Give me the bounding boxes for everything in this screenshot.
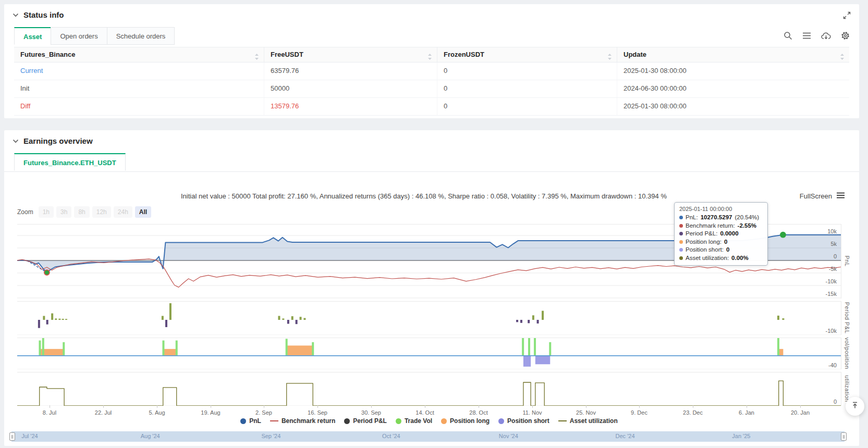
x-axis-label: 2. Sep (255, 409, 272, 416)
tab-asset[interactable]: Asset (14, 27, 51, 45)
chart-navigator[interactable]: Jul '24Aug '24Sep '24Oct '24Nov '24Dec '… (11, 431, 845, 442)
chart-pane-vol-position[interactable]: -40 (17, 338, 841, 369)
tooltip-row: Position long: 0 (679, 238, 763, 246)
chart-pane-utilization[interactable]: 0 (17, 372, 841, 406)
x-axis-label: 25. Nov (576, 409, 596, 416)
column-header-freeusdt[interactable]: FreeUSDT (264, 47, 437, 62)
x-axis-tick (264, 405, 264, 408)
legend-item-position-long[interactable]: Position long (441, 417, 490, 425)
tooltip-bullet (679, 240, 683, 244)
status-info-header: Status info (13, 10, 64, 19)
navigator-month-label: Nov '24 (499, 433, 518, 439)
x-axis-tick (747, 405, 747, 408)
legend-item-asset-utilization[interactable]: Asset utilization (558, 417, 618, 425)
table-cell: 2025-01-30 08:00:00 (617, 63, 849, 80)
table-row: Init5000002024-06-30 00:00:00 (14, 80, 849, 98)
tab-futures-binance-eth-usdt[interactable]: Futures_Binance.ETH_USDT (14, 153, 126, 171)
y-axis-label: 0 (834, 253, 837, 259)
navigator-month-label: Sep '24 (261, 433, 280, 439)
column-header-futures_binance[interactable]: Futures_Binance (14, 47, 264, 62)
y-axis-label: -10k (826, 328, 837, 334)
expand-icon[interactable] (843, 11, 851, 21)
legend-marker (270, 420, 278, 421)
x-axis-label: 14. Oct (415, 409, 434, 416)
back-to-top-button[interactable] (846, 397, 864, 416)
y-axis-title-pnl: PnL (844, 255, 850, 266)
x-axis-label: 6. Jan (739, 409, 754, 416)
status-tabs: AssetOpen ordersSchedule orders (14, 27, 174, 45)
x-axis-tick (479, 405, 479, 408)
asset-table-body: Current63579.7602025-01-30 08:00:00Init5… (14, 63, 849, 116)
x-axis-tick (50, 405, 50, 408)
tab-open-orders[interactable]: Open orders (51, 27, 107, 45)
x-axis-tick (103, 405, 104, 408)
tooltip-row: Period P&L: 0.0000 (679, 230, 763, 238)
legend-item-position-short[interactable]: Position short (498, 417, 549, 425)
x-axis-label: 8. Jul (43, 409, 56, 416)
tooltip-row: Position short: 0 (679, 246, 763, 254)
asset-table: Futures_BinanceFreeUSDTFrozenUSDTUpdate … (14, 47, 849, 116)
legend-marker (441, 418, 447, 424)
chart-pane-period-p-l[interactable]: -10k (17, 301, 841, 335)
tooltip-row: PnL: 10270.5297 (20.54%) (679, 214, 763, 222)
chart-area: 10k5k0-5k-10k-15kPnL-10kPeriod P&L-40vol… (4, 130, 859, 446)
tooltip-row: Benchmark return: -2.55% (679, 222, 763, 230)
app-root: { "status_card": { "title": "Status info… (0, 0, 868, 448)
earnings-overview-card: Earnings overview Futures_Binance.ETH_US… (4, 130, 859, 446)
legend-marker (240, 418, 246, 424)
x-axis-label: 22. Jul (95, 409, 112, 416)
chart-fullscreen-control[interactable]: FullScreen (800, 192, 845, 200)
row-label-current[interactable]: Current (14, 63, 264, 80)
legend-item-period-p-l[interactable]: Period P&L (344, 417, 387, 425)
hamburger-icon[interactable] (837, 192, 845, 200)
earnings-tabs: Futures_Binance.ETH_USDT (14, 153, 125, 171)
search-icon[interactable] (784, 31, 792, 40)
tab-schedule-orders[interactable]: Schedule orders (107, 27, 175, 45)
x-axis-tick (211, 405, 211, 408)
navigator-month-label: Jan '25 (732, 433, 750, 439)
cloud-download-icon[interactable] (821, 32, 831, 40)
tooltip-date: 2025-01-11 00:00:00 (679, 206, 763, 212)
legend-item-trade-vol[interactable]: Trade Vol (396, 417, 432, 425)
x-axis-tick (157, 405, 157, 408)
x-axis-tick (532, 405, 533, 408)
table-cell: 0 (437, 63, 617, 80)
sort-icon[interactable] (254, 51, 259, 65)
navigator-handle-left[interactable] (9, 432, 15, 441)
fullscreen-label[interactable]: FullScreen (800, 192, 832, 200)
sort-icon[interactable] (427, 51, 432, 65)
y-axis-label: -15k (826, 291, 837, 297)
menu-icon[interactable] (802, 32, 811, 40)
legend-item-pnl[interactable]: PnL (240, 417, 261, 425)
x-axis-tick (371, 405, 372, 408)
table-cell: 0 (437, 80, 617, 97)
y-axis-label: -40 (828, 362, 837, 368)
column-header-frozenusdt[interactable]: FrozenUSDT (437, 47, 617, 62)
sort-icon[interactable] (840, 51, 845, 65)
x-axis-label: 19. Aug (201, 409, 220, 416)
y-axis-label: 10k (827, 228, 837, 234)
legend-marker (498, 418, 504, 424)
status-info-card: Status info AssetOpen ordersSchedule ord… (4, 4, 859, 118)
gear-icon[interactable] (841, 31, 850, 40)
x-axis-label: 11. Nov (522, 409, 542, 416)
x-axis-label: 28. Oct (469, 409, 487, 416)
y-axis-label: 0 (834, 399, 837, 405)
row-label-init: Init (14, 80, 264, 97)
x-axis-label: 20. Jan (791, 409, 810, 416)
column-header-update[interactable]: Update (617, 47, 849, 62)
asset-table-header: Futures_BinanceFreeUSDTFrozenUSDTUpdate (14, 47, 849, 63)
x-axis-tick (800, 405, 801, 408)
table-toolbar (784, 31, 850, 40)
tooltip-bullet (679, 224, 683, 228)
table-cell: 0 (437, 98, 617, 115)
sort-icon[interactable] (607, 51, 612, 65)
collapse-chevron-icon[interactable] (13, 13, 19, 17)
chart-tooltip: 2025-01-11 00:00:00 PnL: 10270.5297 (20.… (674, 202, 768, 266)
navigator-handle-right[interactable] (841, 432, 847, 441)
row-label-diff: Diff (14, 98, 264, 115)
table-cell: 13579.76 (264, 98, 437, 115)
legend-item-benchmark-return[interactable]: Benchmark return (270, 417, 335, 425)
table-cell: 2024-06-30 00:00:00 (617, 80, 849, 97)
x-axis-label: 9. Dec (631, 409, 647, 416)
